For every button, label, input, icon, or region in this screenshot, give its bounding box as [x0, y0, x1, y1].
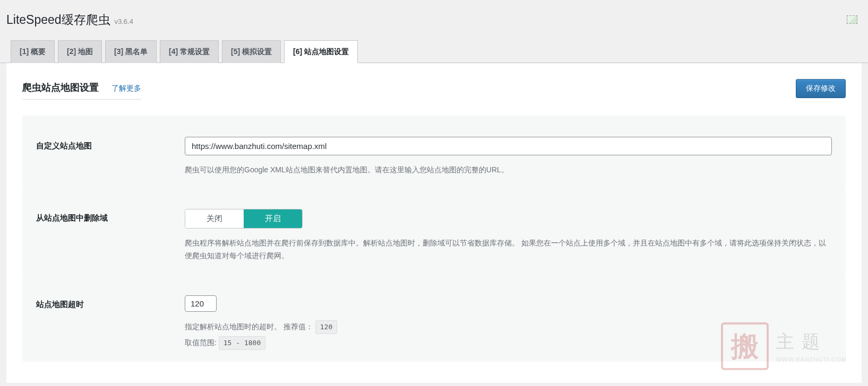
page-title: LiteSpeed缓存爬虫 [6, 13, 110, 27]
tab-sitemap-settings[interactable]: [6] 站点地图设置 [284, 40, 358, 63]
toggle-on[interactable]: 开启 [244, 209, 302, 228]
tab-map[interactable]: [2] 地图 [58, 40, 102, 63]
learn-more-link[interactable]: 了解更多 [111, 83, 141, 94]
section-title: 爬虫站点地图设置 [22, 81, 99, 95]
label-sitemap-timeout: 站点地图超时 [36, 295, 174, 350]
input-sitemap-timeout[interactable] [185, 295, 217, 312]
toggle-off[interactable]: 关闭 [185, 209, 244, 228]
helper-custom-sitemap: 爬虫可以使用您的Google XML站点地图来替代内置地图。请在这里输入您站点地… [185, 164, 832, 177]
tab-overview[interactable]: [1] 概要 [11, 40, 55, 63]
tab-bar: [1] 概要 [2] 地图 [3] 黑名单 [4] 常规设置 [5] 模拟设置 … [0, 34, 868, 63]
range-value: 15 - 1800 [219, 336, 265, 350]
tab-general-settings[interactable]: [4] 常规设置 [160, 40, 219, 63]
tab-blacklist[interactable]: [3] 黑名单 [105, 40, 157, 63]
range-prefix: 取值范围: [185, 338, 217, 347]
helper-timeout-prefix: 指定解析站点地图时的超时。 推荐值： [185, 322, 313, 331]
tab-simulate-settings[interactable]: [5] 模拟设置 [222, 40, 281, 63]
input-custom-sitemap[interactable] [185, 137, 832, 155]
row-custom-sitemap: 自定义站点地图 爬虫可以使用您的Google XML站点地图来替代内置地图。请在… [22, 116, 846, 188]
save-button[interactable]: 保存修改 [796, 79, 846, 98]
helper-drop-domain: 爬虫程序将解析站点地图并在爬行前保存到数据库中。解析站点地图时，删除域可以节省数… [185, 237, 832, 262]
label-custom-sitemap: 自定义站点地图 [36, 137, 174, 177]
toggle-drop-domain: 关闭 开启 [185, 209, 303, 229]
row-sitemap-timeout: 站点地图超时 指定解析站点地图时的超时。 推荐值： 120 取值范围: 15 -… [22, 274, 846, 362]
label-drop-domain: 从站点地图中删除域 [36, 209, 174, 262]
broken-image-icon [847, 15, 857, 24]
content-panel: 爬虫站点地图设置 了解更多 保存修改 自定义站点地图 爬虫可以使用您的Googl… [6, 63, 862, 383]
version-label: v3.6.4 [114, 17, 133, 25]
recommended-value: 120 [315, 320, 337, 334]
row-drop-domain: 从站点地图中删除域 关闭 开启 爬虫程序将解析站点地图并在爬行前保存到数据库中。… [22, 188, 846, 274]
